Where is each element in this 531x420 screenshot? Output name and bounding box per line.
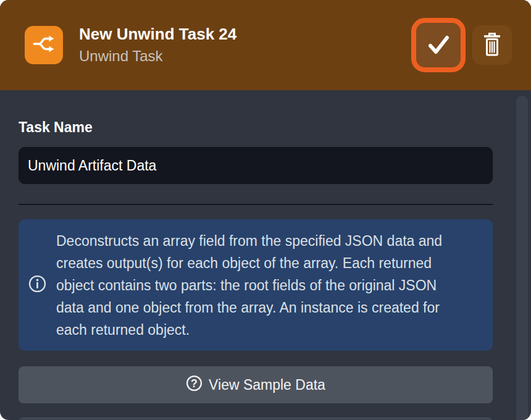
question-circle-icon: ?: [186, 375, 203, 395]
split-arrows-icon: [32, 32, 56, 58]
task-name-input[interactable]: [19, 147, 493, 184]
task-description-text: Deconstructs an array field from the spe…: [56, 230, 464, 341]
view-sample-data-label: View Sample Data: [209, 377, 325, 393]
confirm-button[interactable]: [411, 18, 466, 72]
view-sample-data-button[interactable]: ? View Sample Data: [19, 366, 493, 403]
task-title: New Unwind Task 24: [79, 25, 411, 44]
vertical-scrollbar-thumb[interactable]: [516, 96, 528, 420]
task-header: New Unwind Task 24 Unwind Task: [0, 0, 531, 90]
task-type-badge: [25, 26, 63, 64]
task-description-callout: Deconstructs an array field from the spe…: [19, 219, 493, 351]
task-form: Task Name Deconstructs an array field fr…: [19, 119, 493, 420]
task-subtitle: Unwind Task: [79, 48, 411, 65]
task-name-label: Task Name: [19, 119, 493, 136]
trash-icon: [482, 32, 503, 59]
delete-button[interactable]: [472, 25, 512, 65]
section-divider: [19, 204, 493, 205]
info-circle-icon: [28, 275, 46, 295]
next-section-partial: [19, 418, 493, 420]
svg-text:?: ?: [191, 377, 198, 389]
unwind-task-panel: New Unwind Task 24 Unwind Task: [0, 0, 531, 420]
task-titles: New Unwind Task 24 Unwind Task: [79, 25, 411, 65]
checkmark-icon: [424, 30, 453, 61]
